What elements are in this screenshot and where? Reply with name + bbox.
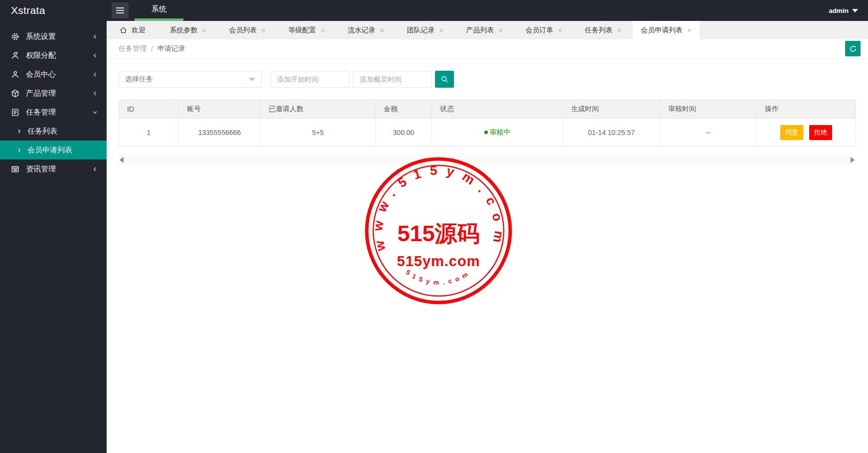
applications-table: ID 账号 已邀请人数 金额 状态 生成时间 审核时间 操作 1 1335555… [119, 100, 856, 147]
tab-member-apply-list-active[interactable]: 会员申请列表× [633, 21, 700, 39]
tab-team-records[interactable]: 团队记录× [396, 21, 455, 39]
sidebar-item-news-management[interactable]: 资讯管理 [0, 159, 107, 178]
tab-welcome[interactable]: 欢迎 [107, 21, 158, 39]
status-text: 审核中 [490, 128, 511, 137]
hamburger-icon [116, 7, 124, 13]
cell-created-time: 01-14 10:25:57 [563, 119, 660, 147]
sidebar-item-label: 资讯管理 [26, 164, 92, 174]
page: Xstrata 系统设置 权限分配 会员中心 产品管理 [0, 0, 868, 453]
stamp-subtitle: 515ym.com [397, 253, 480, 269]
sidebar-item-task-management[interactable]: 任务管理 [0, 103, 107, 122]
close-icon[interactable]: × [202, 26, 207, 34]
home-icon [120, 26, 127, 34]
close-icon[interactable]: × [617, 26, 622, 34]
close-icon[interactable]: × [558, 26, 563, 34]
sidebar-item-label: 产品管理 [26, 89, 92, 98]
tab-system-params[interactable]: 系统参数× [158, 21, 218, 39]
start-time-input[interactable] [271, 71, 349, 88]
scroll-right-icon[interactable] [851, 157, 855, 163]
approve-button[interactable]: 同意 [780, 125, 803, 140]
col-header-amount: 金额 [376, 100, 432, 119]
col-header-actions: 操作 [757, 100, 856, 119]
sidebar-item-label: 系统设置 [26, 32, 92, 41]
refresh-button[interactable] [845, 41, 861, 56]
tab-member-orders[interactable]: 会员订单× [514, 21, 574, 39]
tab-label: 会员列表 [229, 26, 257, 35]
member-icon [11, 70, 19, 79]
toolbar-row: 任务管理 / 申请记录 [107, 39, 868, 59]
task-select-value: 选择任务 [125, 75, 249, 84]
close-icon[interactable]: × [687, 26, 692, 34]
reject-button[interactable]: 拒绝 [809, 125, 832, 140]
sidebar-menu: 系统设置 权限分配 会员中心 产品管理 任务管理 [0, 21, 107, 178]
tab-label: 等级配置 [289, 26, 316, 35]
sidebar-item-label: 权限分配 [26, 51, 92, 60]
close-icon[interactable]: × [380, 26, 385, 34]
cell-status: 审核中 [432, 119, 563, 147]
chevron-right-icon [16, 148, 22, 153]
sidebar-item-product-management[interactable]: 产品管理 [0, 84, 107, 103]
sidebar-item-permissions[interactable]: 权限分配 [0, 46, 107, 65]
tab-label: 会员订单 [526, 26, 554, 35]
sidebar-item-member-center[interactable]: 会员中心 [0, 65, 107, 84]
close-icon[interactable]: × [262, 26, 266, 34]
caret-down-icon [852, 9, 858, 12]
table-header-row: ID 账号 已邀请人数 金额 状态 生成时间 审核时间 操作 [119, 100, 856, 119]
product-icon [11, 89, 19, 98]
horizontal-scrollbar[interactable] [119, 155, 856, 164]
gear-icon [11, 32, 19, 41]
col-header-id: ID [119, 100, 179, 119]
col-header-invited: 已邀请人数 [261, 100, 376, 119]
tab-label: 系统参数 [170, 26, 198, 35]
chevron-left-icon [92, 53, 98, 58]
close-icon[interactable]: × [439, 26, 444, 34]
sidebar-item-label: 任务管理 [26, 108, 92, 117]
username: admin [829, 7, 849, 14]
chevron-down-icon [92, 110, 98, 115]
scroll-left-icon[interactable] [120, 157, 124, 163]
status-dot-icon [484, 131, 488, 134]
sidebar-item-label: 会员中心 [26, 70, 92, 79]
stamp-inner-ring [373, 165, 504, 296]
refresh-icon [849, 45, 857, 53]
task-select[interactable]: 选择任务 [119, 71, 262, 88]
user-menu[interactable]: admin [829, 0, 858, 21]
breadcrumb-separator: / [151, 45, 153, 53]
tab-task-list[interactable]: 任务列表× [574, 21, 633, 39]
chevron-left-icon [92, 91, 98, 96]
col-header-status: 状态 [432, 100, 563, 119]
sidebar-subitem-label: 会员申请列表 [27, 146, 72, 155]
caret-down-icon [249, 78, 255, 81]
tab-level-config[interactable]: 等级配置× [277, 21, 336, 39]
sidebar: Xstrata 系统设置 权限分配 会员中心 产品管理 [0, 0, 107, 453]
cell-amount: 300.00 [376, 119, 432, 147]
task-icon [11, 108, 19, 117]
search-icon [440, 75, 449, 84]
sidebar-item-system-settings[interactable]: 系统设置 [0, 27, 107, 46]
stamp-arc-bottom-text: 515ym.com [405, 268, 473, 286]
close-icon[interactable]: × [321, 26, 325, 34]
tab-label: 会员申请列表 [641, 26, 683, 35]
tab-label: 团队记录 [407, 26, 435, 35]
sidebar-toggle-button[interactable] [112, 2, 129, 18]
close-icon[interactable]: × [499, 26, 503, 34]
breadcrumb-parent: 任务管理 [119, 44, 146, 53]
search-button[interactable] [435, 71, 454, 88]
cell-invited: 5+5 [261, 119, 376, 147]
stamp-arc-top-text: www.515ym.com [370, 163, 507, 253]
tab-product-list[interactable]: 产品列表× [455, 21, 514, 39]
news-icon [11, 165, 19, 173]
tab-member-list[interactable]: 会员列表× [218, 21, 277, 39]
top-bar: 系统 admin [107, 0, 868, 21]
tab-label: 欢迎 [132, 26, 145, 35]
sidebar-subitem-member-apply-list[interactable]: 会员申请列表 [0, 141, 107, 159]
col-header-created: 生成时间 [563, 100, 660, 119]
cell-actions: 同意 拒绝 [757, 119, 856, 147]
sidebar-subitem-task-list[interactable]: 任务列表 [0, 122, 107, 141]
watermark-stamp: www.515ym.com 515源码 515ym.com 515ym.com [363, 155, 514, 306]
table-row: 1 13355556666 5+5 300.00 审核中 01-14 10:25… [119, 119, 856, 147]
topnav-tab-system[interactable]: 系统 [135, 0, 183, 21]
stamp-outer-ring [367, 159, 510, 302]
tab-flow-records[interactable]: 流水记录× [336, 21, 396, 39]
end-time-input[interactable] [353, 71, 432, 88]
